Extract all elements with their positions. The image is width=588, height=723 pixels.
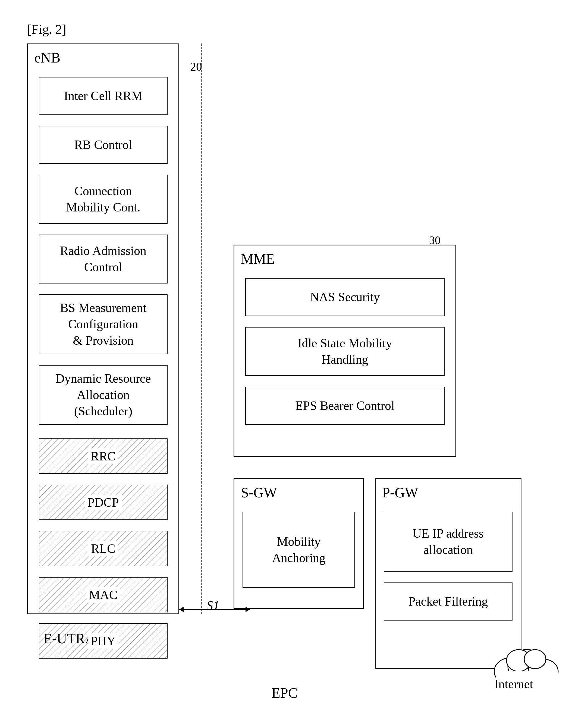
sgw-title: S-GW — [241, 485, 277, 501]
s1-label: S1 — [206, 598, 219, 613]
inter-cell-rrm-box: Inter Cell RRM — [39, 77, 168, 115]
mobility-anchoring-box: MobilityAnchoring — [243, 512, 355, 588]
enb-container: eNB Inter Cell RRM RB Control Connection… — [27, 43, 179, 614]
rrc-label: RRC — [88, 448, 119, 464]
s1-dashed-line — [201, 43, 202, 614]
sgw-container: S-GW MobilityAnchoring — [234, 478, 364, 609]
dynamic-resource-box: Dynamic ResourceAllocation(Scheduler) — [39, 365, 168, 425]
rlc-label: RLC — [88, 541, 118, 556]
rrc-box: RRC — [39, 438, 168, 474]
ue-ip-allocation-box: UE IP addressallocation — [384, 512, 512, 571]
mac-box: MAC — [39, 577, 168, 612]
nas-security-box: NAS Security — [245, 278, 445, 316]
pdcp-box: PDCP — [39, 485, 168, 520]
radio-admission-box: Radio AdmissionControl — [39, 235, 168, 283]
pdcp-label: PDCP — [85, 495, 121, 510]
bs-measurement-box: BS MeasurementConfiguration& Provision — [39, 294, 168, 354]
packet-filtering-box: Packet Filtering — [384, 582, 512, 621]
figure-label: [Fig. 2] — [27, 22, 66, 37]
connection-mobility-box: ConnectionMobility Cont. — [39, 175, 168, 224]
mme-title: MME — [241, 251, 275, 267]
rlc-box: RLC — [39, 531, 168, 566]
mme-container: MME NAS Security Idle State MobilityHand… — [234, 245, 456, 457]
phy-label: PHY — [88, 633, 119, 649]
rb-control-box: RB Control — [39, 126, 168, 164]
enb-ref-number: 20 — [190, 60, 202, 74]
mac-label: MAC — [86, 587, 120, 603]
s1-arrow — [179, 609, 250, 610]
pgw-title: P-GW — [382, 485, 418, 501]
internet-label: Internet — [494, 677, 533, 691]
svg-point-14 — [524, 649, 546, 669]
eps-bearer-box: EPS Bearer Control — [245, 387, 445, 425]
epc-label: EPC — [272, 685, 297, 701]
enb-title: eNB — [35, 50, 60, 66]
idle-state-box: Idle State MobilityHandling — [245, 327, 445, 376]
